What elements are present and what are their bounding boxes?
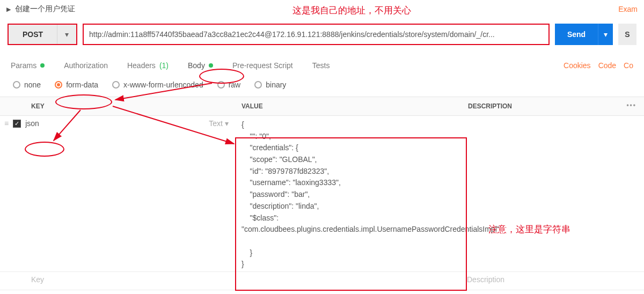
- params-indicator-icon: [40, 63, 45, 68]
- tab-params-label: Params: [11, 61, 36, 70]
- annotation-text-top: 这是我自己的地址，不用关心: [292, 4, 411, 17]
- tab-params[interactable]: Params: [11, 61, 45, 70]
- chevron-down-icon: ▾: [225, 119, 229, 128]
- tab-authorization[interactable]: Authorization: [64, 61, 108, 70]
- tab-body[interactable]: Body: [188, 61, 213, 70]
- body-indicator-icon: [209, 63, 213, 68]
- http-method-button[interactable]: POST: [9, 25, 57, 44]
- row-enable-checkbox[interactable]: ✓: [13, 120, 21, 128]
- expand-caret-icon[interactable]: ▶: [6, 6, 11, 13]
- column-header-key: KEY: [0, 97, 236, 115]
- column-header-value: VALUE: [236, 97, 462, 115]
- body-type-xwww-label: x-www-form-urlencoded: [123, 80, 203, 89]
- formdata-description-input[interactable]: [462, 116, 644, 122]
- radio-icon: [217, 81, 225, 89]
- url-input[interactable]: http://admin:11a8ff57440f35baead7a3cc8a2…: [83, 24, 550, 45]
- code-link[interactable]: Code: [598, 61, 616, 70]
- formdata-value-input[interactable]: { "": "0", "credentials": { "scope": "GL…: [236, 116, 462, 271]
- body-type-none-label: none: [24, 80, 41, 89]
- request-title: 创建一个用户凭证: [15, 4, 75, 14]
- drag-handle-icon[interactable]: ≡: [4, 119, 9, 128]
- column-header-description: DESCRIPTION •••: [462, 97, 644, 115]
- body-type-none[interactable]: none: [13, 80, 41, 89]
- body-type-raw[interactable]: raw: [217, 80, 241, 89]
- send-dropdown[interactable]: ▾: [598, 24, 613, 45]
- body-type-xwww[interactable]: x-www-form-urlencoded: [112, 80, 203, 89]
- http-method-selector[interactable]: POST ▾: [8, 24, 77, 45]
- save-button[interactable]: S: [618, 24, 636, 45]
- formdata-key-input[interactable]: json: [25, 119, 39, 128]
- annotation-text-right: 注意，这里是字符串: [488, 223, 570, 236]
- radio-icon: [112, 81, 120, 89]
- radio-icon: [13, 81, 20, 89]
- cookies-link[interactable]: Cookies: [564, 61, 591, 70]
- tab-tests[interactable]: Tests: [312, 61, 330, 70]
- column-header-description-label: DESCRIPTION: [468, 102, 512, 110]
- comments-link[interactable]: Co: [624, 61, 633, 70]
- columns-more-icon[interactable]: •••: [626, 101, 636, 109]
- headers-count: (1): [159, 61, 169, 70]
- response-section-label: Response: [0, 290, 644, 294]
- tab-body-label: Body: [188, 61, 205, 70]
- tab-headers-label: Headers: [127, 61, 156, 70]
- body-type-formdata[interactable]: form-data: [55, 80, 98, 89]
- send-button[interactable]: Send: [555, 24, 598, 45]
- formdata-type-selector[interactable]: Text ▾: [209, 119, 229, 128]
- tab-prerequest[interactable]: Pre-request Script: [232, 61, 293, 70]
- radio-icon: [254, 81, 262, 89]
- body-type-binary[interactable]: binary: [254, 80, 286, 89]
- examples-link[interactable]: Exam: [618, 5, 638, 13]
- formdata-type-label: Text: [209, 119, 223, 128]
- tab-headers[interactable]: Headers (1): [127, 61, 169, 70]
- radio-icon: [55, 81, 62, 89]
- http-method-dropdown[interactable]: ▾: [57, 25, 76, 44]
- body-type-binary-label: binary: [266, 80, 286, 89]
- formdata-key-placeholder[interactable]: Key: [31, 275, 44, 284]
- formdata-desc-placeholder[interactable]: Description: [467, 275, 504, 284]
- body-type-formdata-label: form-data: [66, 80, 98, 89]
- body-type-raw-label: raw: [229, 80, 241, 89]
